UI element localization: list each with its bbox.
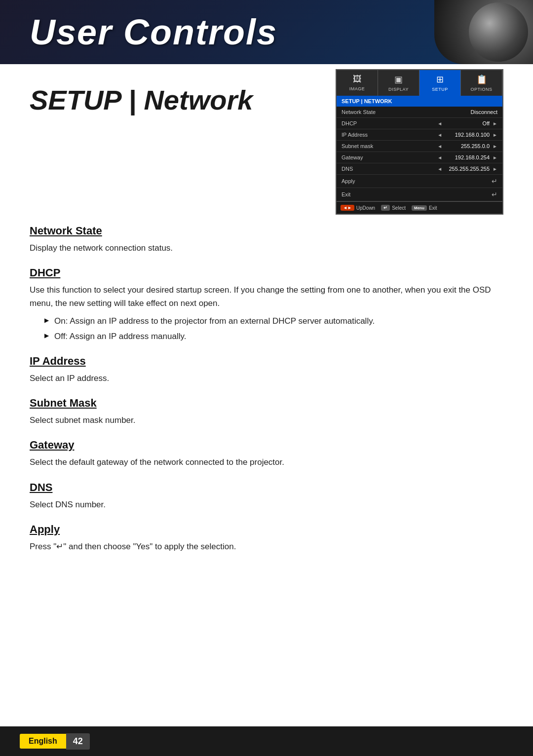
osd-label-exit: Exit	[342, 191, 492, 197]
section-apply: Apply Press "↵" and then choose "Yes" to…	[30, 523, 503, 553]
osd-row-exit[interactable]: Exit ↵	[337, 188, 502, 201]
heading-ip-address: IP Address	[30, 355, 503, 368]
osd-menu-panel: 🖼 IMAGE ▣ DISPLAY ⊞ SETUP 📋 OPTIONS SETU…	[336, 69, 503, 215]
arrow-left-icon: ◄	[437, 121, 442, 126]
section-subnet-mask: Subnet Mask Select subnet mask number.	[30, 397, 503, 427]
arrow-right-icon: ►	[493, 166, 497, 172]
arrow-left-icon: ◄	[437, 132, 442, 138]
osd-row-apply[interactable]: Apply ↵	[337, 175, 502, 188]
osd-footer-updown-label: UpDown	[356, 205, 375, 211]
osd-label-dhcp: DHCP	[342, 120, 437, 126]
heading-apply: Apply	[30, 523, 503, 536]
arrow-left-icon: ◄	[437, 144, 442, 149]
heading-subnet-mask: Subnet Mask	[30, 397, 503, 410]
lens-decoration	[434, 0, 533, 64]
section-ip-address: IP Address Select an IP address.	[30, 355, 503, 385]
desc-subnet-mask: Select subnet mask number.	[30, 414, 503, 427]
osd-row-subnet-mask[interactable]: Subnet mask ◄ 255.255.0.0 ►	[337, 141, 502, 152]
section-network-state: Network State Display the network connec…	[30, 225, 503, 255]
osd-footer-select-label: Select	[392, 205, 406, 211]
desc-network-state: Display the network connection status.	[30, 241, 503, 255]
arrow-right-icon: ►	[493, 132, 497, 138]
osd-row-dns[interactable]: DNS ◄ 255.255.255.255 ►	[337, 163, 502, 175]
desc-dhcp: Use this function to select your desired…	[30, 283, 503, 310]
osd-tab-setup-label: SETUP	[432, 87, 448, 92]
osd-footer: ◄► UpDown ↵ Select Menu Exit	[337, 201, 502, 214]
osd-tabs: 🖼 IMAGE ▣ DISPLAY ⊞ SETUP 📋 OPTIONS	[337, 70, 502, 96]
bullet-dhcp-on: On: Assign an IP address to the projecto…	[44, 314, 503, 328]
main-content: SETUP | Network 🖼 IMAGE ▣ DISPLAY ⊞ SETU…	[0, 64, 533, 576]
osd-label-gateway: Gateway	[342, 154, 437, 160]
osd-row-network-state[interactable]: Network State Disconnect	[337, 107, 502, 118]
osd-tab-image-label: IMAGE	[349, 86, 365, 91]
options-icon: 📋	[463, 74, 500, 85]
osd-value-ip-address: 192.168.0.100	[445, 132, 490, 138]
desc-dns: Select DNS number.	[30, 498, 503, 511]
arrow-right-icon: ►	[493, 144, 497, 149]
section-dns: DNS Select DNS number.	[30, 481, 503, 511]
osd-tab-display-label: DISPLAY	[388, 87, 409, 92]
osd-value-subnet-mask: 255.255.0.0	[445, 143, 490, 149]
desc-ip-address: Select an IP address.	[30, 372, 503, 385]
osd-label-ip-address: IP Address	[342, 132, 437, 138]
section-dhcp: DHCP Use this function to select your de…	[30, 266, 503, 343]
osd-label-subnet-mask: Subnet mask	[342, 143, 437, 149]
osd-footer-updown: ◄► UpDown	[341, 205, 375, 211]
content-body: Network State Display the network connec…	[30, 225, 503, 553]
osd-tab-image[interactable]: 🖼 IMAGE	[337, 70, 378, 96]
setup-icon: ⊞	[421, 74, 458, 85]
heading-dns: DNS	[30, 481, 503, 494]
menu-key: Menu	[412, 205, 427, 211]
osd-tab-options[interactable]: 📋 OPTIONS	[461, 70, 502, 96]
osd-section-header: SETUP | NETWORK	[337, 96, 502, 107]
arrow-left-icon: ◄	[437, 155, 442, 160]
heading-gateway: Gateway	[30, 439, 503, 452]
footer-language: English	[20, 734, 66, 749]
arrow-left-icon: ◄	[437, 166, 442, 172]
enter-icon: ↵	[492, 190, 497, 198]
osd-row-gateway[interactable]: Gateway ◄ 192.168.0.254 ►	[337, 152, 502, 163]
osd-footer-exit-label: Exit	[429, 205, 437, 211]
osd-value-gateway: 192.168.0.254	[445, 154, 490, 160]
osd-tab-setup[interactable]: ⊞ SETUP	[419, 70, 461, 96]
desc-gateway: Select the default gateway of the networ…	[30, 455, 503, 469]
section-gateway: Gateway Select the default gateway of th…	[30, 439, 503, 469]
osd-label-dns: DNS	[342, 166, 437, 172]
osd-row-ip-address[interactable]: IP Address ◄ 192.168.0.100 ►	[337, 129, 502, 141]
desc-apply: Press "↵" and then choose "Yes" to apply…	[30, 540, 503, 553]
osd-value-network-state: Disconnect	[453, 109, 497, 115]
page-footer: English 42	[0, 726, 533, 756]
updown-key: ◄►	[341, 205, 354, 211]
footer-page-number: 42	[66, 733, 90, 750]
enter-key: ↵	[381, 205, 390, 211]
osd-footer-select: ↵ Select	[381, 205, 406, 211]
bullet-list-dhcp: On: Assign an IP address to the projecto…	[44, 314, 503, 343]
page-title: User Controls	[30, 12, 277, 52]
osd-label-apply: Apply	[342, 178, 492, 184]
display-icon: ▣	[380, 74, 417, 85]
heading-dhcp: DHCP	[30, 266, 503, 279]
arrow-right-icon: ►	[493, 121, 497, 126]
page-header: User Controls	[0, 0, 533, 64]
image-icon: 🖼	[339, 74, 376, 84]
osd-value-dhcp: Off	[445, 120, 490, 126]
heading-network-state: Network State	[30, 225, 503, 237]
osd-footer-exit: Menu Exit	[412, 205, 437, 211]
bullet-dhcp-off: Off: Assign an IP address manually.	[44, 330, 503, 343]
osd-tab-display[interactable]: ▣ DISPLAY	[378, 70, 419, 96]
osd-tab-options-label: OPTIONS	[470, 87, 492, 92]
osd-value-dns: 255.255.255.255	[445, 166, 490, 172]
osd-label-network-state: Network State	[342, 109, 453, 115]
arrow-right-icon: ►	[493, 155, 497, 160]
enter-icon: ↵	[492, 177, 497, 185]
osd-row-dhcp[interactable]: DHCP ◄ Off ►	[337, 118, 502, 129]
